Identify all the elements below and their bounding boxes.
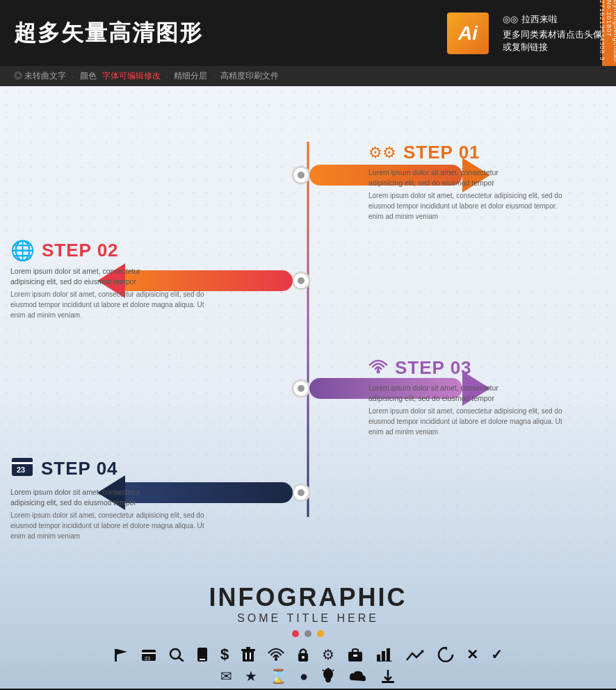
svg-line-27: [179, 657, 184, 662]
step01-short: Lorem ipsum dolor sit amet, consectetura…: [368, 167, 584, 188]
header-title: 超多矢量高清图形: [14, 18, 447, 49]
svg-line-51: [333, 670, 334, 671]
hourglass-icon: ⌛: [270, 668, 287, 684]
lightbulb-icon: [321, 668, 336, 684]
step02-short: Lorem ipsum dolor sit amet, consectetura…: [10, 266, 226, 286]
header-desc1: 更多同类素材请点击头像: [503, 28, 602, 41]
wifi-icon: [268, 648, 284, 662]
subheader-item-2: 颜色: [80, 70, 97, 82]
step03-icon: [368, 359, 388, 378]
header: 超多矢量高清图形 Ai ◎◎ 拉西来啦 更多同类素材请点击头像 或复制链接 By…: [0, 0, 616, 66]
step04-short: Lorem ipsum dolor sit amet, consectetura…: [10, 487, 226, 507]
subheader-item-4: 高精度印刷文件: [220, 70, 279, 82]
username: ◎◎ 拉西来啦: [503, 13, 558, 26]
step04-label: 23 STEP 04: [10, 454, 226, 483]
trend-icon: [405, 648, 425, 662]
step04-icon: 23: [10, 454, 34, 483]
dot-1: ·: [72, 72, 74, 81]
step02-label: 🌐 STEP 02: [10, 239, 226, 262]
dot-2: ·: [166, 72, 168, 81]
svg-line-50: [323, 670, 324, 671]
lock-icon: [297, 647, 309, 662]
flag-icon: [113, 648, 129, 662]
svg-point-1: [298, 172, 305, 179]
svg-point-5: [298, 385, 305, 392]
dot-gray: [305, 630, 311, 637]
step01-label: ⚙⚙ STEP 01: [368, 142, 584, 163]
svg-rect-29: [200, 659, 205, 660]
step03-block: STEP 03 Lorem ipsum dolor sit amet, cons…: [368, 357, 584, 437]
mail-icon: ✉: [220, 668, 232, 684]
svg-rect-43: [377, 661, 392, 662]
header-desc2: 或复制链接: [503, 41, 548, 54]
infographic-subtitle: SOME TITLE HERE: [237, 612, 379, 625]
svg-point-7: [298, 489, 305, 496]
step02-block: 🌐 STEP 02 Lorem ipsum dolor sit amet, co…: [10, 239, 226, 320]
barchart-icon: [376, 648, 393, 662]
svg-point-35: [275, 658, 277, 661]
side-watermark: Byhongdengchuan No:201807 2716213534308.…: [602, 0, 616, 66]
svg-text:23: 23: [17, 466, 25, 474]
username-icon: ◎◎: [503, 14, 518, 24]
gear-icon: ⚙: [322, 646, 334, 663]
trash-icon: [241, 647, 255, 662]
circle-icon: ●: [300, 668, 308, 684]
dot-orange: [317, 630, 324, 637]
svg-rect-19: [12, 462, 33, 464]
main-area: ⚙⚙ STEP 01 Lorem ipsum dolor sit amet, c…: [0, 86, 616, 573]
ai-badge: Ai: [447, 13, 489, 54]
step03-title: STEP 03: [395, 357, 472, 379]
cloud-icon: [348, 669, 368, 683]
step02-icon: 🌐: [10, 239, 35, 262]
svg-rect-24: [142, 652, 156, 654]
svg-point-26: [170, 649, 180, 659]
step02-title: STEP 02: [42, 240, 119, 261]
header-right: ◎◎ 拉西来啦 更多同类素材请点击头像 或复制链接: [503, 13, 602, 54]
step01-icon: ⚙⚙: [368, 144, 396, 162]
search-icon: [169, 648, 184, 662]
calendar-icon: 23: [141, 648, 156, 662]
step01-block: ⚙⚙ STEP 01 Lorem ipsum dolor sit amet, c…: [368, 142, 584, 222]
step03-short: Lorem ipsum dolor sit amet, consectetura…: [368, 383, 584, 403]
subheader-highlight: 字体可编辑修改: [102, 70, 161, 82]
svg-rect-52: [382, 681, 394, 683]
step02-long: Lorem ipsum dolor sit amet, consectetur …: [10, 289, 226, 320]
svg-rect-32: [246, 647, 250, 649]
svg-rect-42: [387, 648, 390, 662]
svg-rect-40: [377, 655, 380, 662]
infographic-title: INFOGRAPHIC: [209, 583, 407, 612]
mobile-icon: [197, 647, 208, 662]
refresh-icon: [437, 647, 454, 662]
bottom-section: INFOGRAPHIC SOME TITLE HERE 23 $: [0, 573, 616, 690]
dot-red: [292, 630, 299, 637]
dots-row: [292, 630, 324, 637]
svg-rect-30: [243, 650, 254, 662]
dot-3: ·: [213, 72, 215, 81]
svg-marker-22: [117, 649, 127, 655]
icon-row-1: 23 $ ⚙: [99, 646, 517, 664]
briefcase-icon: [347, 648, 364, 662]
step04-long: Lorem ipsum dolor sit amet, consectetur …: [10, 510, 226, 541]
subheader-item-1: ◎ 未转曲文字: [14, 70, 66, 82]
svg-rect-47: [325, 679, 331, 681]
svg-rect-31: [241, 649, 255, 651]
step04-block: 23 STEP 04 Lorem ipsum dolor sit amet, c…: [10, 454, 226, 541]
dollar-icon: $: [220, 646, 229, 664]
step03-label: STEP 03: [368, 357, 584, 379]
svg-marker-45: [444, 647, 447, 650]
svg-rect-39: [353, 655, 357, 657]
subheader-item-3: 精细分层: [174, 70, 207, 82]
svg-text:23: 23: [145, 656, 150, 661]
step04-title: STEP 04: [41, 458, 118, 479]
username-text: 拉西来啦: [521, 13, 558, 26]
svg-point-46: [323, 668, 333, 680]
sub-header: ◎ 未转曲文字 · 颜色 字体可编辑修改 · 精细分层 · 高精度印刷文件: [0, 66, 616, 86]
star-icon: ★: [245, 668, 257, 684]
close-icon: ✕: [467, 646, 478, 663]
svg-point-3: [298, 277, 305, 284]
step01-title: STEP 01: [403, 142, 480, 163]
svg-rect-41: [382, 651, 385, 662]
step01-long: Lorem ipsum dolor sit amet, consectetur …: [368, 190, 584, 222]
svg-rect-48: [326, 681, 330, 682]
step03-long: Lorem ipsum dolor sit amet, consectetur …: [368, 406, 584, 437]
